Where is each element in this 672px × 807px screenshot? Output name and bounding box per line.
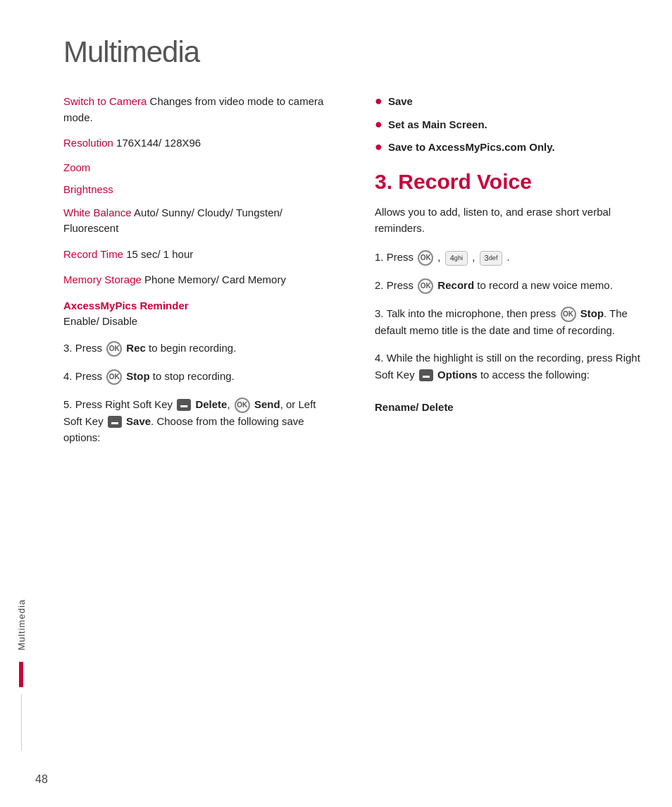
ok-icon: OK [235,398,250,413]
page-container: Multimedia Multimedia Switch to Camera C… [0,0,672,807]
bullet-text: Save [388,94,413,110]
bullet-axcess: ● Save to AxcessMyPics.com Only. [375,140,644,156]
term-desc: Phone Memory/ Card Memory [144,273,286,285]
term-zoom: Zoom [63,161,332,173]
softkey-icon: ▬ [419,369,433,382]
sidebar: Multimedia [0,0,42,807]
right-column: ● Save ● Set as Main Screen. ● Save to A… [361,94,644,457]
softkey-icon: ▬ [177,399,191,412]
right-steps: 1. Press OK , 4ghi , 3def . 2. Press OK … [375,249,644,415]
left-column: Switch to Camera Changes from video mode… [63,94,332,457]
term-label: White Balance [63,207,132,218]
term-desc: 176X144/ 128X96 [116,137,201,149]
page-number: 48 [35,773,48,786]
rv-step-2: 2. Press OK Record to record a new voice… [375,277,644,294]
ok-icon: OK [418,250,433,266]
term-label: Record Time [63,248,123,260]
page-title: Multimedia [63,35,644,69]
term-label: Resolution [63,137,113,149]
bullet-text: Set as Main Screen. [388,117,487,133]
ok-icon: OK [106,369,122,385]
rv-step-4: 4. While the highlight is still on the r… [375,350,644,415]
sidebar-label: Multimedia [16,599,27,651]
bullet-save: ● Save [375,94,644,110]
section-heading: 3. Record Voice [375,170,644,194]
sidebar-line [21,694,22,751]
step-text: Rec to begin recording. [126,342,236,354]
term-resolution: Resolution 176X144/ 128X96 [63,135,332,152]
term-desc: Enable/ Disable [63,315,137,327]
ok-icon: OK [418,278,433,294]
step-4: 4. Press OK Stop to stop recording. [63,368,332,385]
bullet-dot: ● [375,94,382,109]
softkey-icon-2: ▬ [108,416,122,429]
term-label: Switch to Camera [63,95,147,107]
step-text: 5. Press Right Soft Key [63,398,175,410]
term-desc: 15 sec/ 1 hour [126,248,193,260]
rv-step-1: 1. Press OK , 4ghi , 3def . [375,249,644,266]
bullet-dot: ● [375,140,382,155]
section-intro: Allows you to add, listen to, and erase … [375,204,644,237]
step-5: 5. Press Right Soft Key ▬ Delete, OK Sen… [63,396,332,446]
key-3def: 3def [480,251,503,266]
sidebar-bar [19,662,23,687]
term-label: Memory Storage [63,273,142,285]
term-white-balance: White Balance Auto/ Sunny/ Cloudy/ Tungs… [63,205,332,237]
section-title: Record Voice [398,170,532,193]
term-memory-storage: Memory Storage Phone Memory/ Card Memory [63,272,332,288]
term-record-time: Record Time 15 sec/ 1 hour [63,247,332,263]
rv-step-4-sub: Rename/ Delete [375,401,454,413]
step-text: Stop to stop recording. [126,370,234,382]
main-content: Multimedia Switch to Camera Changes from… [42,0,672,807]
bullet-dot: ● [375,117,382,133]
step-num: 4. Press [63,370,105,382]
term-switch-to-camera: Switch to Camera Changes from video mode… [63,94,332,125]
key-4ghi: 4ghi [445,251,468,266]
term-axcess: AxcessMyPics Reminder Enable/ Disable [63,298,332,330]
bullet-text: Save to AxcessMyPics.com Only. [388,140,555,156]
rv-step-3: 3. Talk into the microphone, then press … [375,305,644,338]
term-label: AxcessMyPics Reminder [63,300,189,312]
ok-icon: OK [561,307,576,322]
step-3: 3. Press OK Rec to begin recording. [63,340,332,357]
term-brightness: Brightness [63,183,332,195]
section-number: 3. [375,170,398,193]
bullet-list: ● Save ● Set as Main Screen. ● Save to A… [375,94,644,156]
left-steps: 3. Press OK Rec to begin recording. 4. P… [63,340,332,446]
bullet-main-screen: ● Set as Main Screen. [375,117,644,133]
step-text-2: Delete, [195,398,232,410]
ok-icon: OK [106,341,122,357]
step-num: 3. Press [63,342,105,354]
two-col-layout: Switch to Camera Changes from video mode… [63,94,644,457]
